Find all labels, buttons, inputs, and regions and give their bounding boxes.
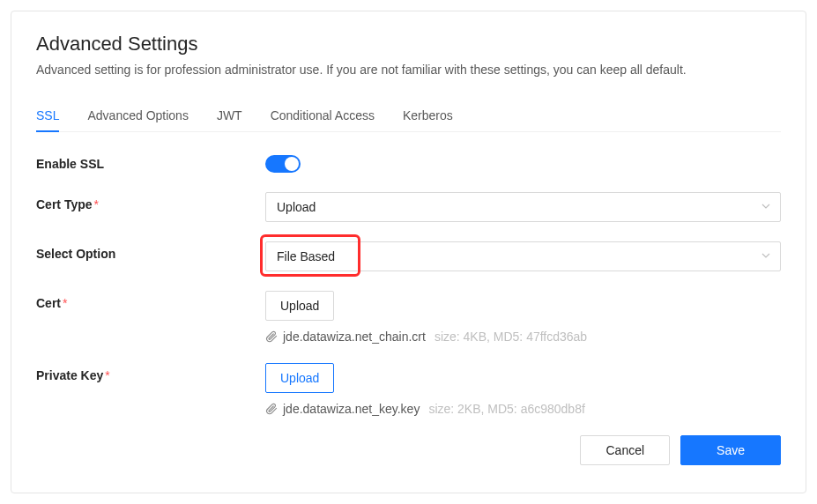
label-private-key: Private Key* — [36, 363, 265, 382]
required-mark: * — [94, 197, 99, 211]
row-private-key: Private Key* Upload jde.datawiza.net_key… — [36, 363, 781, 416]
tabs-bar: SSL Advanced Options JWT Conditional Acc… — [36, 101, 781, 132]
row-select-option: Select Option File Based — [36, 241, 781, 271]
tab-ssl[interactable]: SSL — [36, 101, 59, 131]
pk-file-info: jde.datawiza.net_key.key size: 2KB, MD5:… — [265, 402, 781, 416]
save-button[interactable]: Save — [680, 435, 781, 465]
paperclip-icon — [265, 330, 278, 343]
cancel-button[interactable]: Cancel — [580, 435, 670, 465]
select-cert-type-value: Upload — [277, 200, 316, 214]
chevron-down-icon — [761, 200, 771, 214]
required-mark: * — [105, 368, 109, 382]
row-cert: Cert* Upload jde.datawiza.net_chain.crt … — [36, 291, 781, 344]
select-option-value: File Based — [277, 249, 335, 263]
tab-conditional-access[interactable]: Conditional Access — [271, 101, 375, 131]
tab-kerberos[interactable]: Kerberos — [403, 101, 453, 131]
label-enable-ssl: Enable SSL — [36, 152, 265, 171]
tab-advanced-options[interactable]: Advanced Options — [87, 101, 188, 131]
advanced-settings-panel: Advanced Settings Advanced setting is fo… — [11, 11, 806, 493]
pk-file-meta: size: 2KB, MD5: a6c980db8f — [428, 402, 584, 416]
select-cert-type[interactable]: Upload — [265, 192, 781, 222]
upload-private-key-button[interactable]: Upload — [265, 363, 334, 393]
page-title: Advanced Settings — [36, 33, 781, 56]
required-mark: * — [63, 296, 67, 310]
label-cert: Cert* — [36, 291, 265, 310]
row-enable-ssl: Enable SSL — [36, 152, 781, 173]
footer-actions: Cancel Save — [36, 435, 781, 465]
toggle-enable-ssl[interactable] — [265, 155, 301, 173]
tab-jwt[interactable]: JWT — [217, 101, 242, 131]
select-option[interactable]: File Based — [265, 241, 781, 271]
chevron-down-icon — [761, 249, 771, 263]
label-select-option: Select Option — [36, 241, 265, 261]
page-subtitle: Advanced setting is for profession admin… — [36, 63, 781, 77]
label-cert-type: Cert Type* — [36, 192, 265, 211]
row-cert-type: Cert Type* Upload — [36, 192, 781, 222]
paperclip-icon — [265, 403, 278, 415]
cert-file-info: jde.datawiza.net_chain.crt size: 4KB, MD… — [265, 330, 781, 344]
cert-file-name: jde.datawiza.net_chain.crt — [283, 330, 426, 344]
pk-file-name: jde.datawiza.net_key.key — [283, 402, 420, 416]
cert-file-meta: size: 4KB, MD5: 47ffcd36ab — [434, 330, 587, 344]
upload-cert-button[interactable]: Upload — [265, 291, 334, 321]
